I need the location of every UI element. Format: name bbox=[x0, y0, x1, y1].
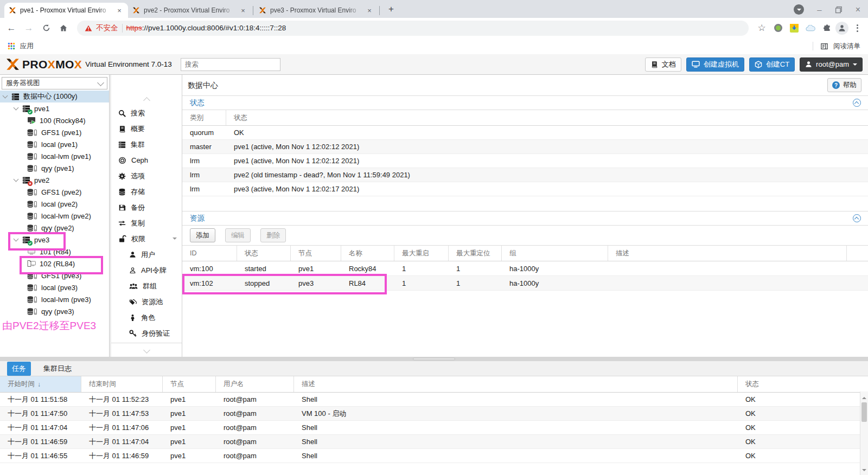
extension-green-icon[interactable] bbox=[770, 21, 786, 36]
tree-item-vm-100[interactable]: 100 (Rocky84) bbox=[0, 114, 109, 126]
extension-download-icon[interactable] bbox=[787, 21, 802, 36]
menu-item-groups[interactable]: 群组 bbox=[111, 278, 182, 294]
tree-item-vm-101[interactable]: 101 (R84) bbox=[0, 246, 109, 258]
tab-cluster-log[interactable]: 集群日志 bbox=[39, 362, 76, 376]
browser-tab-pve2[interactable]: pve2 - Proxmox Virtual Enviro × bbox=[128, 3, 252, 18]
menu-item-storage[interactable]: 存储 bbox=[111, 184, 182, 200]
column-header-description[interactable]: 描述 bbox=[294, 376, 738, 392]
menu-item-ceph[interactable]: Ceph bbox=[111, 152, 182, 168]
scroll-down-arrow-icon[interactable] bbox=[862, 469, 866, 473]
tab-close-icon[interactable]: × bbox=[115, 7, 124, 15]
expand-chevron-icon[interactable] bbox=[14, 105, 19, 111]
tree-item-storage[interactable]: local (pve2) bbox=[0, 198, 109, 210]
back-button[interactable]: ← bbox=[3, 20, 20, 36]
browser-profile-avatar[interactable] bbox=[835, 22, 848, 35]
bookmark-star-icon[interactable]: ☆ bbox=[754, 21, 769, 36]
menu-item-search[interactable]: 搜索 bbox=[111, 105, 182, 121]
remove-button[interactable]: 删除 bbox=[260, 228, 286, 242]
column-header-max-relocate[interactable]: 最大重定位 bbox=[449, 246, 502, 261]
help-button[interactable]: ? 帮助 bbox=[827, 78, 861, 92]
tree-item-storage[interactable]: local-lvm (pve2) bbox=[0, 210, 109, 222]
browser-tab-pve1[interactable]: pve1 - Proxmox Virtual Enviro × bbox=[4, 3, 128, 18]
reading-list-button[interactable]: 阅读清单 bbox=[813, 42, 860, 51]
tree-item-storage[interactable]: qyy (pve3) bbox=[0, 305, 109, 317]
column-header-name[interactable]: 名称 bbox=[341, 246, 394, 261]
pve-search-input[interactable] bbox=[181, 58, 280, 71]
add-button[interactable]: 添加 bbox=[190, 228, 215, 242]
window-close-button[interactable]: × bbox=[856, 5, 860, 15]
tree-item-storage[interactable]: qyy (pve1) bbox=[0, 162, 109, 174]
tree-item-storage[interactable]: GFS1 (pve2) bbox=[0, 186, 109, 198]
scroll-up-arrow-icon[interactable] bbox=[862, 395, 866, 399]
status-row[interactable]: quorum OK bbox=[182, 126, 868, 140]
menu-item-roles[interactable]: 角色 bbox=[111, 310, 182, 325]
tree-item-storage[interactable]: local (pve1) bbox=[0, 138, 109, 150]
column-header-end-time[interactable]: 结束时间 bbox=[81, 376, 163, 392]
extensions-puzzle-icon[interactable] bbox=[819, 21, 834, 36]
tree-item-storage[interactable]: qyy (pve2) bbox=[0, 222, 109, 234]
collapse-button[interactable] bbox=[853, 214, 861, 222]
column-header-category[interactable]: 类别 bbox=[182, 110, 226, 125]
tree-item-pve1[interactable]: pve1 bbox=[0, 102, 109, 114]
view-selector[interactable]: 服务器视图 bbox=[2, 77, 107, 89]
resource-row-vm100[interactable]: vm:100 started pve1 Rocky84 1 1 ha-1000y bbox=[182, 261, 868, 276]
menu-scroll-down[interactable] bbox=[111, 343, 182, 357]
resource-row-vm102[interactable]: vm:102 stopped pve3 RL84 1 1 ha-1000y bbox=[182, 276, 868, 291]
apps-shortcut[interactable]: 应用 bbox=[8, 42, 34, 51]
column-header-status[interactable]: 状态 bbox=[738, 376, 868, 392]
status-row[interactable]: lrm pve1 (active, Mon Nov 1 12:02:12 202… bbox=[182, 154, 868, 168]
tree-item-pve3[interactable]: pve3 bbox=[0, 234, 109, 246]
tab-close-icon[interactable]: × bbox=[239, 7, 247, 15]
edit-button[interactable]: 编辑 bbox=[225, 228, 251, 242]
reload-button[interactable] bbox=[38, 20, 54, 36]
tree-item-datacenter[interactable]: 数据中心 (1000y) bbox=[0, 91, 109, 102]
window-restore-button[interactable] bbox=[835, 6, 843, 14]
horizontal-splitter[interactable] bbox=[0, 357, 868, 361]
new-tab-button[interactable]: + bbox=[384, 2, 398, 16]
menu-item-backup[interactable]: 备份 bbox=[111, 200, 182, 215]
column-header-node[interactable]: 节点 bbox=[163, 376, 216, 392]
browser-menu-icon[interactable] bbox=[850, 21, 865, 36]
browser-update-icon[interactable] bbox=[794, 4, 804, 15]
create-vm-button[interactable]: 创建虚拟机 bbox=[686, 57, 744, 72]
menu-item-permissions[interactable]: 权限 bbox=[111, 231, 182, 247]
create-ct-button[interactable]: 创建CT bbox=[749, 57, 795, 72]
expand-chevron-icon[interactable] bbox=[3, 93, 8, 99]
expand-chevron-icon[interactable] bbox=[14, 177, 19, 182]
menu-scroll-up[interactable] bbox=[111, 75, 182, 105]
column-header-state[interactable]: 状态 bbox=[237, 246, 291, 261]
task-row[interactable]: 十一月 01 11:46:55 十一月 01 11:46:59 pve1 roo… bbox=[0, 449, 868, 463]
menu-item-cluster[interactable]: 集群 bbox=[111, 137, 182, 152]
expand-chevron-icon[interactable] bbox=[14, 236, 19, 242]
tree-item-storage[interactable]: local (pve3) bbox=[0, 281, 109, 293]
status-row[interactable]: lrm pve2 (old timestamp - dead?, Mon Nov… bbox=[182, 168, 868, 182]
forward-button[interactable]: → bbox=[21, 20, 37, 36]
status-row[interactable]: master pve1 (active, Mon Nov 1 12:02:12 … bbox=[182, 140, 868, 154]
not-secure-label[interactable]: 不安全 bbox=[96, 23, 118, 33]
extension-cloud-icon[interactable] bbox=[803, 21, 818, 36]
address-bar[interactable]: 不安全 https://pve1.1000y.cloud:8006/#v1:0:… bbox=[77, 21, 749, 36]
column-header-id[interactable]: ID bbox=[182, 246, 237, 261]
column-header-node[interactable]: 节点 bbox=[291, 246, 341, 261]
menu-item-summary[interactable]: 概要 bbox=[111, 121, 182, 137]
tab-tasks[interactable]: 任务 bbox=[7, 362, 31, 376]
home-button[interactable] bbox=[55, 20, 72, 36]
task-row[interactable]: 十一月 01 11:51:58 十一月 01 11:52:23 pve1 roo… bbox=[0, 393, 868, 407]
tree-item-pve2[interactable]: pve2 bbox=[0, 174, 109, 186]
vertical-scrollbar[interactable] bbox=[860, 391, 868, 475]
tree-item-storage[interactable]: local-lvm (pve3) bbox=[0, 293, 109, 305]
collapse-button[interactable] bbox=[853, 99, 861, 107]
window-minimize-button[interactable]: – bbox=[817, 5, 821, 14]
menu-item-api-tokens[interactable]: API令牌 bbox=[111, 262, 182, 278]
menu-item-users[interactable]: 用户 bbox=[111, 247, 182, 262]
tree-item-storage[interactable]: GFS1 (pve3) bbox=[0, 269, 109, 281]
tree-item-storage[interactable]: GFS1 (pve1) bbox=[0, 126, 109, 138]
task-row[interactable]: 十一月 01 11:46:59 十一月 01 11:47:04 pve1 roo… bbox=[0, 435, 868, 449]
tab-close-icon[interactable]: × bbox=[365, 7, 374, 15]
column-header-group[interactable]: 组 bbox=[502, 246, 608, 261]
status-row[interactable]: lrm pve3 (active, Mon Nov 1 12:02:17 202… bbox=[182, 182, 868, 196]
task-row[interactable]: 十一月 01 11:47:04 十一月 01 11:47:06 pve1 roo… bbox=[0, 421, 868, 435]
column-header-start-time[interactable]: 开始时间↓ bbox=[0, 376, 81, 392]
column-header-username[interactable]: 用户名 bbox=[216, 376, 294, 392]
menu-item-replication[interactable]: 复制 bbox=[111, 215, 182, 231]
